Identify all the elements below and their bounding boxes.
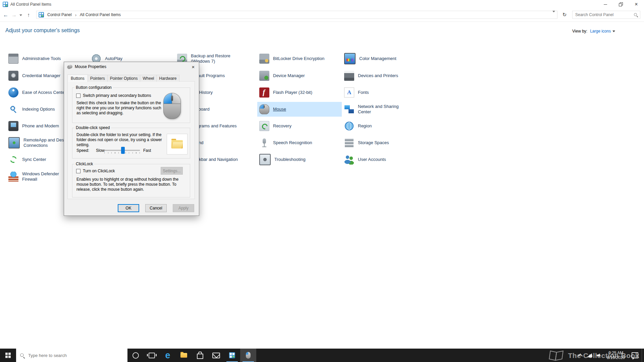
button-configuration-description: Select this check box to make the button… [76,101,163,116]
control-panel-item-speech-recognition[interactable]: Speech Recognition [257,135,342,150]
control-panel-item-user-accounts[interactable]: User Accounts [342,152,427,167]
switch-buttons-checkbox[interactable] [76,94,80,98]
breadcrumb-all-control-panel-items[interactable]: All Control Panel Items [79,12,122,18]
show-desktop-button[interactable] [642,349,644,362]
bitlocker-icon [259,54,269,64]
recent-locations-button[interactable] [18,9,23,21]
credential-manager-icon [8,71,18,81]
up-button[interactable]: ↑ [24,9,33,21]
forward-button[interactable]: → [10,9,18,21]
breadcrumb-control-panel[interactable]: Control Panel [46,12,73,18]
double-click-speed-slider[interactable] [104,146,140,155]
tab-wheel[interactable]: Wheel [140,75,157,82]
view-by-label: View by: [572,29,587,34]
taskbar-app-control-panel[interactable] [224,349,240,362]
phone-modem-icon [8,121,18,131]
action-center-button[interactable] [628,349,642,362]
control-panel-item-storage-spaces[interactable]: Storage Spaces [342,135,427,150]
taskbar-app-edge[interactable]: e [160,349,176,362]
control-panel-item-label: Phone and Modem [22,123,59,129]
control-panel-item-label: Region [358,123,372,129]
taskbar-app-file-explorer[interactable] [176,349,192,362]
mouse-icon [67,64,73,69]
chevron-down-icon [552,11,555,17]
control-panel-item-label: Fonts [358,90,369,95]
control-panel-item-bitlocker[interactable]: BitLocker Drive Encryption [257,51,342,66]
control-panel-item-fonts[interactable]: Fonts [342,85,427,100]
control-panel-item-flash-player[interactable]: Flash Player (32-bit) [257,85,342,100]
user-accounts-icon [344,155,354,165]
control-panel-item-mouse[interactable]: Mouse [257,102,342,117]
cancel-button[interactable]: Cancel [145,204,167,212]
chevron-up-icon [578,354,583,358]
devices-printers-icon [344,71,354,81]
clicklock-checkbox-label: Turn on ClickLock [83,169,115,173]
administrative-tools-icon [8,54,18,64]
close-icon: × [192,64,195,70]
tab-buttons[interactable]: Buttons [67,74,88,82]
taskbar-search-input[interactable] [28,353,113,358]
restore-button[interactable] [613,0,629,9]
chevron-down-icon [612,31,615,32]
control-panel-item-label: Flash Player (32-bit) [273,90,312,95]
task-view-button[interactable] [144,349,160,362]
control-panel-item-network-sharing[interactable]: Network and Sharing Center [342,102,427,117]
control-panel-item-label: Ease of Access Center [22,90,66,95]
search-input[interactable] [575,12,632,17]
device-manager-icon [259,71,269,81]
refresh-button[interactable]: ↻ [559,11,570,19]
window-titlebar: All Control Panel Items × [0,0,644,9]
flash-player-icon [259,87,269,98]
tab-hardware[interactable]: Hardware [156,75,179,82]
view-by-control: View by: Large icons [572,29,615,34]
taskbar-app-store[interactable] [192,349,208,362]
search-icon [634,13,638,17]
apply-button[interactable]: Apply [173,204,194,212]
address-dropdown-button[interactable] [552,12,555,17]
switch-buttons-checkbox-row[interactable]: Switch primary and secondary buttons [76,93,151,98]
start-button[interactable] [0,349,16,362]
back-icon: ← [3,12,8,18]
control-panel-item-device-manager[interactable]: Device Manager [257,68,342,83]
control-panel-item-label: Storage Spaces [358,140,389,145]
address-bar[interactable]: Control Panel › All Control Panel Items [36,11,557,19]
ok-button[interactable]: OK [118,204,139,212]
windows-logo-icon [5,353,11,358]
taskbar-search [16,349,127,362]
control-panel-icon [229,352,235,358]
volume-tray-button[interactable] [594,349,604,362]
clicklock-settings-button[interactable]: Settings... [161,167,183,175]
fast-label: Fast [143,148,151,153]
close-button[interactable]: × [629,0,644,9]
double-click-test-area[interactable] [167,134,187,155]
control-panel-item-region[interactable]: Region [342,119,427,133]
taskbar-app-mouse-properties[interactable] [240,349,256,362]
clicklock-checkbox-row[interactable]: Turn on ClickLock [76,169,115,173]
double-click-speed-slider-thumb[interactable] [121,147,125,154]
show-hidden-icons-button[interactable] [576,349,585,362]
back-button[interactable]: ← [1,9,10,21]
control-panel-item-color-management[interactable]: Color Management [342,51,427,66]
network-sharing-icon [344,104,354,114]
network-tray-button[interactable] [585,349,594,362]
control-panel-item-devices-printers[interactable]: Devices and Printers [342,68,427,83]
cortana-button[interactable] [127,349,144,362]
taskbar-app-mail[interactable] [208,349,224,362]
watermark-logo-icon [548,350,565,360]
page-title: Adjust your computer's settings [5,27,80,34]
dialog-close-button[interactable]: × [187,62,199,71]
taskbar-clock[interactable]: 9:25 AM 8/19/2020 [604,351,628,360]
network-icon [587,353,592,357]
dialog-titlebar[interactable]: Mouse Properties × [64,62,199,71]
tab-pointer-options[interactable]: Pointer Options [107,75,141,82]
control-panel-item-troubleshooting[interactable]: Troubleshooting [257,152,342,167]
control-panel-item-recovery[interactable]: Recovery [257,119,342,133]
clicklock-checkbox[interactable] [76,169,80,173]
clicklock-group-label: ClickLock [74,162,94,166]
tab-pointers[interactable]: Pointers [88,75,108,82]
sync-center-icon [8,155,18,165]
minimize-button[interactable] [598,0,613,9]
test-folder-icon[interactable] [171,140,183,148]
view-by-dropdown[interactable]: Large icons [590,29,615,34]
control-panel-window-icon [3,2,8,7]
